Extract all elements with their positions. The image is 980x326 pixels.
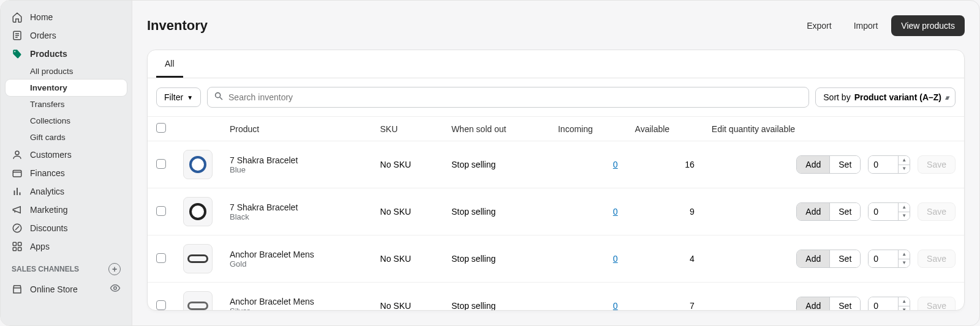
add-button[interactable]: Add <box>797 250 829 267</box>
row-checkbox[interactable] <box>156 159 166 169</box>
set-button[interactable]: Set <box>829 203 860 220</box>
select-all-checkbox[interactable] <box>156 123 166 133</box>
sales-channels-header: SALES CHANNELS+ <box>6 256 127 279</box>
sidebar-subitem-gift-cards[interactable]: Gift cards <box>6 129 127 146</box>
col-available[interactable]: Available <box>627 117 703 141</box>
caret-down-icon: ▼ <box>187 94 193 101</box>
sidebar-item-apps[interactable]: Apps <box>6 237 127 256</box>
page-title: Inventory <box>147 18 208 34</box>
product-thumb[interactable] <box>183 244 213 273</box>
product-thumb[interactable] <box>183 291 213 311</box>
sidebar-item-finances[interactable]: Finances <box>6 164 127 182</box>
sidebar-item-label: Apps <box>30 242 50 251</box>
qty-field[interactable] <box>869 203 898 220</box>
sidebar-item-label: Inventory <box>30 83 67 92</box>
incoming-link[interactable]: 0 <box>613 301 618 311</box>
sidebar-item-label: Orders <box>30 31 56 40</box>
sort-button[interactable]: Sort by Product variant (A–Z) ▴▾ <box>815 87 956 107</box>
import-button[interactable]: Import <box>845 16 887 35</box>
sidebar-item-label: Finances <box>30 168 65 178</box>
sidebar-subitem-transfers[interactable]: Transfers <box>6 96 127 113</box>
add-button[interactable]: Add <box>797 297 829 311</box>
svg-line-10 <box>220 97 222 100</box>
view-store-icon[interactable] <box>110 283 121 295</box>
qty-input[interactable]: ▲ ▼ <box>868 202 910 221</box>
qty-down-button[interactable]: ▼ <box>899 212 910 221</box>
col-incoming[interactable]: Incoming <box>549 117 627 141</box>
home-icon <box>12 12 23 23</box>
qty-down-button[interactable]: ▼ <box>899 259 910 268</box>
add-set-toggle[interactable]: Add Set <box>796 250 861 268</box>
sidebar-item-customers[interactable]: Customers <box>6 146 127 164</box>
product-thumb[interactable] <box>183 150 213 179</box>
channel-online-store[interactable]: Online Store <box>6 279 127 299</box>
sidebar-item-marketing[interactable]: Marketing <box>6 201 127 219</box>
search-input-wrap[interactable] <box>207 87 809 108</box>
product-name[interactable]: Anchor Bracelet Mens <box>230 297 363 306</box>
save-button[interactable]: Save <box>918 297 956 311</box>
qty-field[interactable] <box>869 156 898 173</box>
view-products-button[interactable]: View products <box>891 15 965 36</box>
qty-up-button[interactable]: ▲ <box>899 203 910 212</box>
qty-up-button[interactable]: ▲ <box>899 156 910 165</box>
sidebar-item-products[interactable]: Products <box>6 45 127 63</box>
save-button[interactable]: Save <box>918 202 956 221</box>
qty-input[interactable]: ▲ ▼ <box>868 297 910 311</box>
qty-input[interactable]: ▲ ▼ <box>868 155 910 174</box>
row-checkbox[interactable] <box>156 206 166 216</box>
product-name[interactable]: Anchor Bracelet Mens <box>230 250 363 259</box>
sidebar-item-label: Gift cards <box>30 133 66 142</box>
sidebar-subitem-all-products[interactable]: All products <box>6 63 127 80</box>
set-button[interactable]: Set <box>829 156 860 173</box>
sidebar-item-label: Collections <box>30 116 70 125</box>
customers-icon <box>12 149 23 160</box>
qty-field[interactable] <box>869 297 898 311</box>
save-button[interactable]: Save <box>918 250 956 268</box>
svg-point-9 <box>216 93 221 98</box>
when-sold-out-cell: Stop selling <box>443 188 549 235</box>
save-button[interactable]: Save <box>918 155 956 174</box>
sidebar-item-label: Products <box>30 49 67 59</box>
set-button[interactable]: Set <box>829 297 860 311</box>
qty-up-button[interactable]: ▲ <box>899 250 910 259</box>
svg-point-1 <box>15 151 19 155</box>
qty-spinner: ▲ ▼ <box>898 156 910 173</box>
sidebar-item-label: Discounts <box>30 223 67 233</box>
sidebar-item-analytics[interactable]: Analytics <box>6 182 127 201</box>
available-cell: 4 <box>627 235 703 283</box>
set-button[interactable]: Set <box>829 250 860 267</box>
incoming-link[interactable]: 0 <box>613 160 618 169</box>
row-checkbox[interactable] <box>156 300 166 310</box>
add-button[interactable]: Add <box>797 156 829 173</box>
qty-up-button[interactable]: ▲ <box>899 297 910 306</box>
col-when-sold-out[interactable]: When sold out <box>443 117 549 141</box>
section-label: SALES CHANNELS <box>12 265 79 273</box>
qty-field[interactable] <box>869 250 898 267</box>
add-set-toggle[interactable]: Add Set <box>796 155 861 174</box>
qty-down-button[interactable]: ▼ <box>899 165 910 174</box>
incoming-link[interactable]: 0 <box>613 207 618 217</box>
sidebar-item-discounts[interactable]: Discounts <box>6 219 127 237</box>
qty-down-button[interactable]: ▼ <box>899 306 910 311</box>
svg-rect-2 <box>13 171 21 177</box>
sidebar-item-home[interactable]: Home <box>6 8 127 26</box>
add-set-toggle[interactable]: Add Set <box>796 202 861 221</box>
sidebar-subitem-inventory[interactable]: Inventory <box>6 80 127 96</box>
col-product[interactable]: Product <box>221 117 372 141</box>
filter-button[interactable]: Filter ▼ <box>156 87 201 107</box>
add-set-toggle[interactable]: Add Set <box>796 297 861 311</box>
sidebar-item-orders[interactable]: Orders <box>6 26 127 45</box>
qty-input[interactable]: ▲ ▼ <box>868 250 910 268</box>
col-sku[interactable]: SKU <box>372 117 443 141</box>
add-channel-button[interactable]: + <box>108 263 121 275</box>
export-button[interactable]: Export <box>798 16 840 35</box>
product-thumb[interactable] <box>183 197 213 226</box>
row-checkbox[interactable] <box>156 253 166 263</box>
search-input[interactable] <box>228 92 802 102</box>
incoming-link[interactable]: 0 <box>613 254 618 264</box>
tab-all[interactable]: All <box>156 51 183 78</box>
add-button[interactable]: Add <box>797 203 829 220</box>
product-name[interactable]: 7 Shakra Bracelet <box>230 155 363 165</box>
product-name[interactable]: 7 Shakra Bracelet <box>230 202 363 212</box>
sidebar-subitem-collections[interactable]: Collections <box>6 113 127 129</box>
